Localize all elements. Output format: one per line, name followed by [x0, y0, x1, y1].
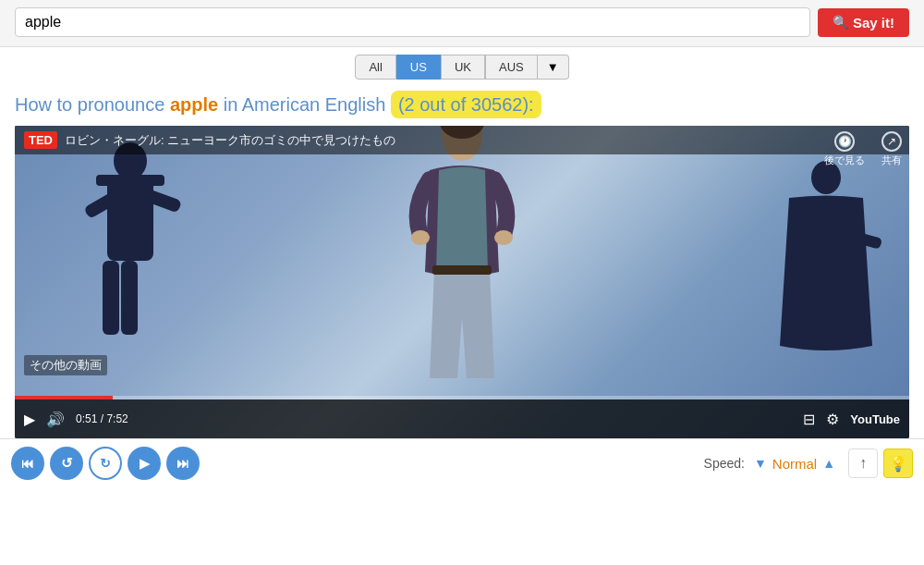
filter-tab-aus[interactable]: AUS — [485, 55, 538, 80]
svg-rect-13 — [432, 265, 492, 275]
speed-down-icon: ▼ — [754, 456, 767, 471]
svg-rect-3 — [103, 261, 119, 335]
video-scene: TED ロビン・ネーグル: ニューヨーク市のゴミの中で見つけたもの 🕐 後で見る… — [15, 126, 909, 438]
player-reload-button[interactable]: ↻ — [89, 447, 122, 480]
say-it-label: Say it! — [853, 15, 894, 31]
video-volume-button[interactable]: 🔊 — [46, 411, 65, 428]
search-input[interactable]: apple — [15, 7, 810, 37]
video-subtitles-button[interactable]: ⊟ — [803, 411, 815, 428]
speed-up-button[interactable]: ▲ — [822, 456, 835, 471]
watch-later-button[interactable]: 🕐 後で見る — [824, 131, 865, 167]
tips-button[interactable]: 💡 — [883, 448, 913, 478]
filter-tab-all[interactable]: All — [355, 55, 395, 80]
filter-tabs-area: All US UK AUS ▼ — [0, 47, 924, 85]
video-settings-button[interactable]: ⚙ — [826, 411, 839, 428]
video-time-display: 0:51 / 7:52 — [76, 412, 128, 425]
youtube-logo: YouTube — [850, 412, 900, 426]
other-videos-label: その他の動画 — [24, 355, 107, 375]
player-back-to-start-button[interactable]: ⏮ — [11, 447, 44, 480]
video-top-right-controls: 🕐 後で見る ↗ 共有 — [824, 131, 902, 167]
silhouette-left — [70, 142, 190, 383]
svg-point-12 — [494, 230, 513, 245]
player-play-button[interactable]: ▶ — [128, 447, 161, 480]
speed-value: Normal — [772, 456, 817, 472]
player-toolbar: ⏮ ↺ ↻ ▶ ⏭ Speed: ▼ Normal ▲ ↑ 💡 — [0, 438, 924, 487]
player-forward-button[interactable]: ⏭ — [166, 447, 200, 480]
share-icon: ↗ — [881, 131, 902, 152]
svg-point-11 — [411, 230, 430, 245]
svg-rect-6 — [96, 175, 164, 186]
heading-word: apple — [170, 94, 218, 115]
player-replay5-button[interactable]: ↺ — [50, 447, 83, 480]
ted-logo: TED — [24, 131, 57, 149]
say-it-button[interactable]: 🔍 Say it! — [818, 8, 909, 37]
heading-suffix: in American English — [218, 94, 391, 115]
filter-tab-us[interactable]: US — [396, 55, 441, 80]
speed-label: Speed: — [704, 456, 745, 471]
skip-forward-icon: ⏭ — [176, 456, 189, 471]
silhouette-right — [771, 161, 881, 383]
replay5-icon: ↺ — [61, 455, 73, 472]
speed-up-icon: ▲ — [822, 456, 835, 471]
video-top-bar: TED ロビン・ネーグル: ニューヨーク市のゴミの中で見つけたもの — [15, 126, 909, 154]
heading-highlight: (2 out of 30562): — [391, 91, 541, 118]
presenter-figure — [370, 126, 554, 383]
svg-rect-2 — [121, 261, 138, 335]
filter-dropdown-button[interactable]: ▼ — [538, 55, 569, 80]
clock-icon: 🕐 — [834, 131, 855, 152]
video-bottom-controls: ▶ 🔊 0:51 / 7:52 ⊟ ⚙ YouTube — [15, 399, 909, 438]
share-button[interactable]: ↗ 共有 — [881, 131, 902, 167]
heading-prefix: How to pronounce — [15, 94, 170, 115]
search-icon: 🔍 — [833, 15, 848, 30]
video-title: ロビン・ネーグル: ニューヨーク市のゴミの中で見つけたもの — [65, 132, 395, 149]
skip-back-icon: ⏮ — [21, 456, 34, 471]
toolbar-right-icons: ↑ 💡 — [848, 448, 913, 478]
arrow-up-icon: ↑ — [859, 455, 867, 472]
reload-icon: ↻ — [100, 456, 111, 471]
bulb-icon: 💡 — [889, 455, 907, 473]
video-play-button[interactable]: ▶ — [24, 411, 35, 428]
search-bar-area: apple 🔍 Say it! — [0, 0, 924, 47]
speed-down-button[interactable]: ▼ — [754, 456, 767, 471]
heading-area: How to pronounce apple in American Engli… — [0, 85, 924, 122]
scroll-to-top-button[interactable]: ↑ — [848, 448, 878, 478]
page-title: How to pronounce apple in American Engli… — [15, 91, 909, 118]
video-container: TED ロビン・ネーグル: ニューヨーク市のゴミの中で見つけたもの 🕐 後で見る… — [15, 126, 909, 438]
play-icon: ▶ — [140, 456, 150, 471]
filter-tab-uk[interactable]: UK — [441, 55, 485, 80]
